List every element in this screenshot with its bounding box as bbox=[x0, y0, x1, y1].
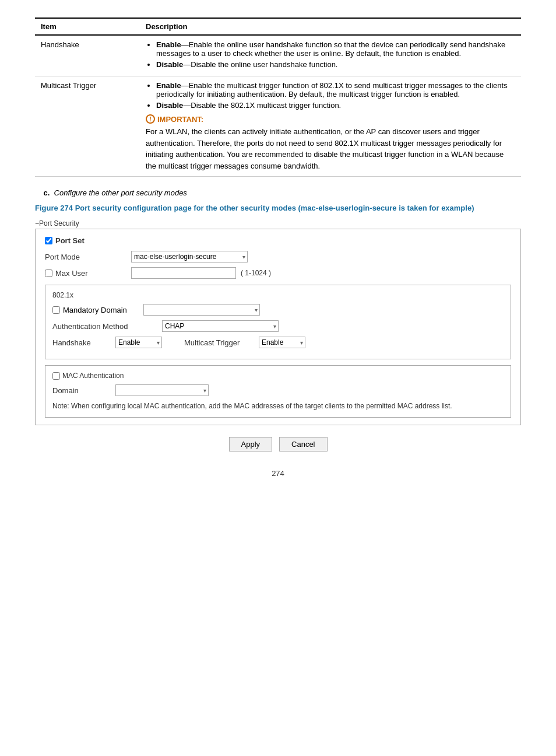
mac-auth-note: Note: When configuring local MAC authent… bbox=[52, 401, 504, 411]
desc-cell: Enable—Enable the multicast trigger func… bbox=[140, 76, 521, 177]
button-row: Apply Cancel bbox=[35, 437, 521, 452]
auth-method-row: Authentication Method CHAP bbox=[52, 320, 504, 332]
item-cell: Handshake bbox=[35, 35, 140, 76]
max-user-range: ( 1-1024 ) bbox=[241, 269, 271, 277]
section-c: c. Configure the other port security mod… bbox=[35, 188, 521, 197]
max-user-checkbox[interactable] bbox=[45, 270, 52, 277]
mac-domain-label: Domain bbox=[52, 386, 111, 395]
auth-method-select[interactable]: CHAP bbox=[162, 320, 279, 332]
mac-auth-title: MAC Authentication bbox=[52, 372, 504, 380]
important-label: ! IMPORTANT: bbox=[146, 114, 515, 124]
mac-auth-box: MAC Authentication Domain Note: When con… bbox=[45, 365, 511, 418]
mac-auth-checkbox[interactable] bbox=[52, 372, 60, 380]
figure-caption: Figure 274 Port security configuration p… bbox=[35, 203, 521, 214]
mandatory-domain-select[interactable] bbox=[143, 304, 260, 316]
description-table: Item Description Handshake Enable—Enable… bbox=[35, 18, 521, 177]
important-box: ! IMPORTANT: For a WLAN, the clients can… bbox=[146, 114, 515, 172]
port-set-checkbox[interactable] bbox=[45, 237, 52, 244]
important-text: For a WLAN, the clients can actively ini… bbox=[146, 126, 515, 172]
mandatory-domain-label[interactable]: Mandatory Domain bbox=[52, 306, 127, 314]
multicast-trigger-select-wrapper[interactable]: Enable bbox=[259, 337, 305, 348]
port-mode-label: Port Mode bbox=[45, 253, 126, 261]
mandatory-domain-row: Mandatory Domain bbox=[52, 304, 504, 316]
handshake-select-wrapper[interactable]: Enable bbox=[115, 337, 162, 348]
port-mode-row: Port Mode mac-else-userlogin-secure bbox=[45, 251, 511, 262]
mandatory-domain-checkbox[interactable] bbox=[52, 306, 60, 314]
port-mode-select-wrapper[interactable]: mac-else-userlogin-secure bbox=[131, 251, 248, 262]
multicast-trigger-label: Multicast Trigger bbox=[184, 338, 254, 347]
mac-domain-select[interactable] bbox=[115, 384, 209, 396]
max-user-input[interactable] bbox=[131, 267, 236, 279]
auth-method-select-wrapper[interactable]: CHAP bbox=[162, 320, 279, 332]
dot1x-title: 802.1x bbox=[52, 291, 504, 299]
handshake-label: Handshake bbox=[52, 338, 111, 347]
handshake-select[interactable]: Enable bbox=[115, 337, 162, 348]
port-security-panel: −Port Security Port Set Port Mode mac-el… bbox=[35, 219, 521, 425]
auth-method-label: Authentication Method bbox=[52, 322, 157, 331]
mandatory-domain-select-wrapper[interactable] bbox=[143, 304, 260, 316]
max-user-row: Max User ( 1-1024 ) bbox=[45, 267, 511, 279]
desc-cell: Enable—Enable the online user handshake … bbox=[140, 35, 521, 76]
mac-domain-row: Domain bbox=[52, 384, 504, 396]
dot1x-box: 802.1x Mandatory Domain Authentication M… bbox=[45, 285, 511, 359]
port-set-title: Port Set bbox=[45, 236, 511, 245]
table-row: Handshake Enable—Enable the online user … bbox=[35, 35, 521, 76]
important-icon: ! bbox=[146, 114, 155, 124]
mac-domain-select-wrapper[interactable] bbox=[115, 384, 209, 396]
apply-button[interactable]: Apply bbox=[229, 437, 273, 452]
item-cell: Multicast Trigger bbox=[35, 76, 140, 177]
col-desc-header: Description bbox=[140, 18, 521, 35]
port-security-minus-label: −Port Security bbox=[35, 219, 521, 228]
handshake-multicast-row: Handshake Enable Multicast Trigger Enabl… bbox=[52, 337, 504, 348]
port-set-box: Port Set Port Mode mac-else-userlogin-se… bbox=[35, 229, 521, 425]
max-user-label[interactable]: Max User bbox=[45, 269, 126, 278]
multicast-trigger-select[interactable]: Enable bbox=[259, 337, 305, 348]
page-number: 274 bbox=[35, 469, 521, 478]
cancel-button[interactable]: Cancel bbox=[279, 437, 327, 452]
port-mode-select[interactable]: mac-else-userlogin-secure bbox=[131, 251, 248, 262]
table-row: Multicast Trigger Enable—Enable the mult… bbox=[35, 76, 521, 177]
col-item-header: Item bbox=[35, 18, 140, 35]
